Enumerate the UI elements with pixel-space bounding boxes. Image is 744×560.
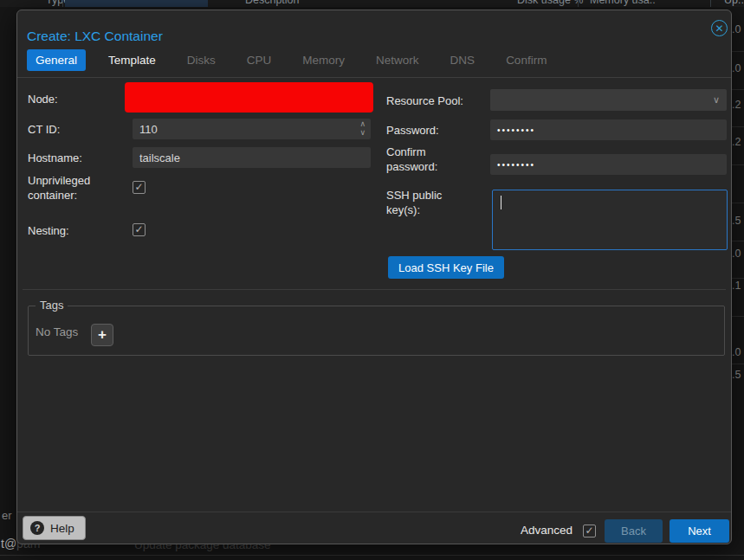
tab-template[interactable]: Template <box>100 49 165 71</box>
password-label: Password: <box>386 123 439 138</box>
ct-id-label: CT ID: <box>28 122 60 137</box>
screen: Type Description Disk usage % Memory usa… <box>0 0 744 560</box>
create-lxc-container-dialog: Create: LXC Container ✕ General Template… <box>16 10 732 544</box>
column-divider <box>62 0 63 7</box>
dialog-title: Create: LXC Container <box>27 29 163 44</box>
table-value: .0 <box>732 62 741 74</box>
password-field[interactable]: •••••••• <box>490 119 727 140</box>
table-value: .2 <box>732 136 741 148</box>
tab-dns[interactable]: DNS <box>442 49 484 71</box>
tab-confirm[interactable]: Confirm <box>497 49 555 71</box>
back-button[interactable]: Back <box>605 519 663 543</box>
unprivileged-checkbox[interactable]: ✓ <box>133 181 146 194</box>
table-value: .5 <box>732 215 741 227</box>
tab-general[interactable]: General <box>27 49 86 71</box>
ct-id-value: 110 <box>139 123 158 136</box>
tab-separator <box>17 77 731 78</box>
tab-disks[interactable]: Disks <box>178 49 224 71</box>
tab-memory[interactable]: Memory <box>294 49 353 71</box>
selected-column-cell <box>65 0 208 7</box>
confirm-password-label: Confirm password: <box>386 145 466 174</box>
node-label: Node: <box>28 92 58 106</box>
resource-pool-label: Resource Pool: <box>386 93 463 108</box>
help-button[interactable]: ? Help <box>23 516 86 540</box>
table-value: .1 <box>732 280 741 292</box>
add-tag-button[interactable]: + <box>91 324 113 346</box>
ssh-keys-label: SSH public key(s): <box>386 188 466 217</box>
background-partial-text: er <box>2 509 12 522</box>
resource-pool-select[interactable]: ∨ <box>490 89 727 111</box>
background-table-values: .0 .0 .2 .2 .5 .0 .1 .0 .5 <box>732 0 744 560</box>
column-divider <box>710 0 711 7</box>
advanced-checkbox[interactable]: ✓ <box>583 525 596 537</box>
login-user-bright: t@ <box>1 537 16 550</box>
password-value: •••••••• <box>497 126 535 135</box>
dialog-tabs: General Template Disks CPU Memory Networ… <box>27 49 569 71</box>
next-button[interactable]: Next <box>670 519 729 543</box>
confirm-password-field[interactable]: •••••••• <box>490 154 727 175</box>
column-header-disk: Disk usage % <box>517 0 583 6</box>
chevron-down-icon: ∨ <box>713 94 720 106</box>
column-header-memory: Memory usa.. <box>590 0 656 6</box>
tags-legend: Tags <box>36 299 68 312</box>
hostname-value: tailscale <box>139 151 180 164</box>
help-icon: ? <box>30 521 44 535</box>
column-header-description: Description <box>245 0 300 6</box>
ssh-keys-textarea[interactable] <box>492 190 728 250</box>
hostname-label: Hostname: <box>28 151 82 165</box>
unprivileged-label: Unprivileged container: <box>28 173 116 203</box>
help-label: Help <box>50 522 74 535</box>
table-value: .2 <box>732 99 741 111</box>
section-separator <box>23 289 726 290</box>
text-cursor <box>501 196 501 209</box>
nesting-checkbox[interactable]: ✓ <box>133 223 146 236</box>
hostname-field[interactable]: tailscale <box>133 147 371 168</box>
tab-network[interactable]: Network <box>367 49 428 71</box>
ct-id-field[interactable]: 110 ∧∨ <box>133 119 371 139</box>
column-divider <box>578 0 579 7</box>
ct-id-spinner[interactable]: ∧∨ <box>359 119 366 137</box>
table-value: .0 <box>732 346 741 358</box>
nesting-label: Nesting: <box>28 223 69 238</box>
tab-cpu[interactable]: CPU <box>238 49 281 71</box>
table-value: .5 <box>732 369 741 381</box>
background-divider <box>0 555 744 556</box>
confirm-password-value: •••••••• <box>497 160 535 170</box>
background-table-header: Type Description Disk usage % Memory usa… <box>0 0 744 7</box>
table-value: .0 <box>732 248 741 260</box>
close-icon[interactable]: ✕ <box>711 20 728 36</box>
load-ssh-key-button[interactable]: Load SSH Key File <box>388 256 504 279</box>
node-field-redacted[interactable] <box>125 82 373 113</box>
table-value: .0 <box>732 23 741 35</box>
footer-separator <box>17 512 731 512</box>
advanced-label: Advanced <box>521 524 573 537</box>
tags-fieldset: Tags No Tags + <box>28 306 725 356</box>
no-tags-text: No Tags <box>36 325 78 338</box>
